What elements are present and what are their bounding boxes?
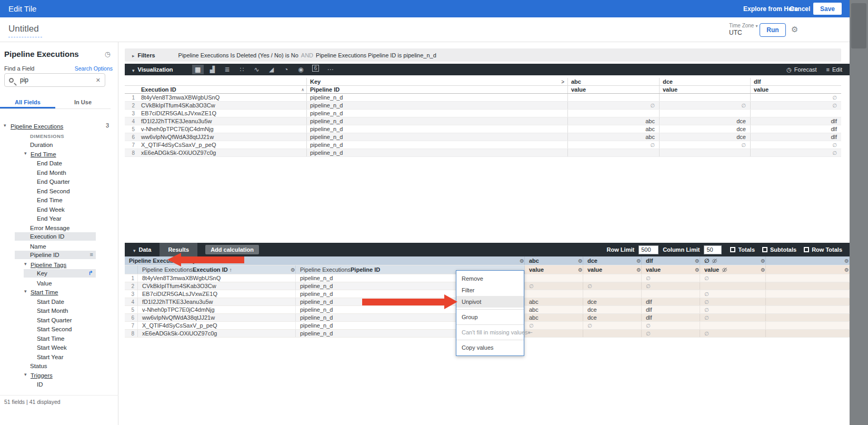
pivot-value-header-dce[interactable]: dce [659,78,750,85]
pivot-value-header-dce[interactable]: dce [583,256,642,265]
run-button[interactable]: Run [760,23,786,37]
chevron-down-icon[interactable] [24,370,27,380]
clear-search-icon[interactable] [96,77,101,84]
gear-icon[interactable] [520,258,524,264]
area-chart-icon[interactable]: ◢ [266,65,277,74]
tile-title-input[interactable]: Untitled [8,24,42,37]
sidebar-item-pipeline-tags[interactable]: Pipeline Tags [0,260,118,269]
gear-icon[interactable] [791,25,798,34]
gear-icon[interactable] [844,267,849,273]
sidebar-item-error-message[interactable]: Error Message [0,223,118,232]
tab-in-use[interactable]: In Use [55,97,111,108]
pivot-value-header-abc[interactable]: abc [525,256,583,265]
measure-header-dlf[interactable]: value [750,86,841,93]
sidebar-item-start-week[interactable]: Start Week [0,342,118,352]
gear-icon[interactable] [578,258,583,264]
measure-header-dlf[interactable]: value [642,265,700,274]
more-viz-options-icon[interactable]: ⋯ [325,65,336,74]
sidebar-item-start-year[interactable]: Start Year [0,352,118,361]
edit-viz-button[interactable]: Edit [826,66,842,73]
sidebar-item-triggers[interactable]: Triggers [0,370,118,380]
sidebar-item-pipeline-id[interactable]: Pipeline ID≡ [0,250,118,260]
expand-pivot-icon[interactable] [561,79,567,85]
gear-icon[interactable] [291,267,295,273]
cancel-link[interactable]: Cancel [790,5,810,13]
sidebar-item-pipeline-executions[interactable]: Pipeline Executions3 [0,121,118,131]
gear-icon[interactable] [578,267,583,273]
measure-header-dce[interactable]: value [659,86,750,93]
sidebar-item-end-month[interactable]: End Month [0,167,118,177]
save-button[interactable]: Save [813,3,842,15]
measure-header-dce[interactable]: value [583,265,642,274]
chevron-down-icon[interactable] [24,149,27,159]
single-value-icon[interactable]: 6 [310,65,322,74]
gear-icon[interactable] [761,258,765,264]
sidebar-item-end-week[interactable]: End Week [0,204,118,214]
sidebar-item-end-time[interactable]: End Time [0,149,118,159]
collapse-data-icon[interactable] [133,245,136,254]
menu-item-unpivot[interactable]: Unpivot [456,296,524,308]
pivot-value-header-dlf[interactable]: dlf [642,256,700,265]
bar-chart-icon[interactable]: ▟ [207,65,218,74]
sidebar-item-end-year[interactable]: End Year [0,213,118,223]
sidebar-item-end-second[interactable]: End Second [0,186,118,195]
expand-filters-icon[interactable] [132,52,135,58]
pivot-value-header-abc[interactable]: abc [567,78,659,85]
gear-icon[interactable] [844,258,849,264]
menu-item-copy-values[interactable]: Copy values [456,342,524,353]
column-header-execution-id[interactable]: Execution ID [138,86,306,93]
checkbox-row-totals[interactable]: Row Totals [804,246,842,253]
line-chart-icon[interactable]: ∿ [251,65,263,74]
sidebar-item-name[interactable]: Name [0,241,118,251]
sidebar-item-start-time[interactable]: Start Time [0,287,118,296]
sidebar-item-end-quarter[interactable]: End Quarter [0,176,118,186]
scrollbar-track[interactable] [850,0,868,425]
sidebar-item-value[interactable]: Value [0,278,118,288]
menu-item-filter[interactable]: Filter [456,284,524,296]
sidebar-item-id[interactable]: ID [0,379,118,389]
scrollbar-thumb[interactable] [851,3,866,48]
sidebar-item-duration[interactable]: Duration [0,140,118,149]
sidebar-item-start-month[interactable]: Start Month [0,305,118,315]
map-icon[interactable]: ◉ [295,65,307,74]
sidebar-item-key[interactable]: Key↱ [0,269,118,278]
chevron-down-icon[interactable] [24,287,27,296]
sidebar-item-end-time[interactable]: End Time [0,195,118,204]
checkbox-subtotals[interactable]: Subtotals [762,246,796,253]
gear-icon[interactable] [636,267,641,273]
pivot-field-header[interactable]: Key [306,78,567,85]
chevron-down-icon[interactable] [24,260,27,269]
pivot-icon[interactable]: ↱ [88,269,93,278]
row-limit-input[interactable] [638,245,659,254]
measure-header-[interactable]: value [700,265,766,274]
sidebar-item-start-time[interactable]: Start Time [0,333,118,343]
forecast-button[interactable]: Forecast [786,66,816,73]
sidebar-item-status[interactable]: Status [0,361,118,370]
history-icon[interactable] [105,50,111,58]
sidebar-item-end-date[interactable]: End Date [0,158,118,167]
search-options-link[interactable]: Search Options [75,65,113,72]
filters-bar[interactable]: Filters Pipeline Executions Is Deleted (… [125,48,841,62]
gear-icon[interactable] [695,258,700,264]
measure-header-abc[interactable]: value [525,265,583,274]
search-input[interactable] [20,76,88,84]
sidebar-item-start-date[interactable]: Start Date [0,296,118,306]
gear-icon[interactable] [695,267,700,273]
gear-icon[interactable] [636,258,641,264]
collapse-visualization-icon[interactable] [132,65,135,74]
filter-icon[interactable]: ≡ [90,250,93,260]
menu-item-group[interactable]: Group [456,311,524,323]
column-header-pipeline-id[interactable]: Pipeline ID [306,86,567,93]
column-limit-input[interactable] [704,245,722,254]
checkbox-totals[interactable]: Totals [730,246,755,253]
scatter-plot-icon[interactable]: ∷ [236,65,248,74]
menu-item-remove[interactable]: Remove [456,273,524,284]
report-table-icon[interactable]: ≣ [222,65,233,74]
pivot-value-header-dlf[interactable]: dlf [750,78,841,85]
chevron-down-icon[interactable] [4,121,6,131]
add-calculation-button[interactable]: Add calculation [205,245,259,254]
tab-all-fields[interactable]: All Fields [0,97,55,108]
field-search-box[interactable] [4,73,105,87]
pivot-value-header-[interactable]: ∅ [700,256,766,265]
gear-icon[interactable] [761,267,765,273]
